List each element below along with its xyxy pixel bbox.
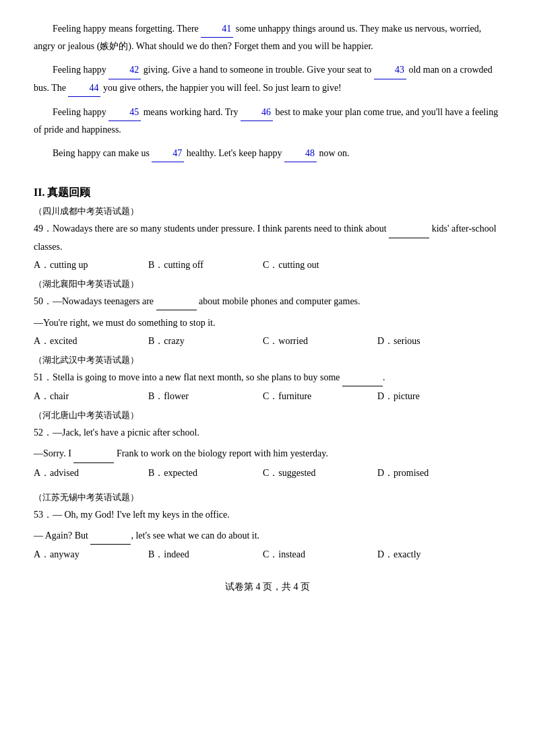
blank-47: 47	[152, 145, 184, 162]
option-53b: B．indeed	[148, 549, 236, 561]
question-51: 51．Stella is going to move into a new fl…	[34, 369, 501, 386]
question-50a: 50．—Nowadays teenagers are about mobile …	[34, 293, 501, 310]
para2-text4: you give others, the happier you will fe…	[100, 83, 341, 93]
section2-header: II. 真题回顾	[34, 186, 501, 200]
option-51a: A．chair	[34, 390, 121, 403]
para4-text2: healthy. Let's keep happy	[184, 148, 284, 158]
option-49c: C．cutting out	[263, 259, 350, 271]
para4-text3: now on.	[317, 148, 350, 158]
question-50b: —You're right, we must do something to s…	[34, 314, 501, 331]
page-footer: 试卷第 4 页，共 4 页	[34, 581, 501, 593]
source-53: （江苏无锡中考英语试题）	[34, 491, 501, 504]
blank-48: 48	[284, 145, 317, 162]
option-51b: B．flower	[148, 390, 236, 403]
option-52c: C．suggested	[263, 467, 350, 479]
question-53b: — Again? But , let's see what we can do …	[34, 527, 501, 545]
blank-41: 41	[201, 20, 233, 38]
blank-49	[389, 220, 429, 238]
option-50c: C．worried	[263, 335, 350, 347]
options-53: A．anyway B．indeed C．instead D．exactly	[34, 549, 501, 561]
options-52: A．advised B．expected C．suggested D．promi…	[34, 467, 501, 479]
option-49b: B．cutting off	[148, 259, 236, 271]
footer-text: 试卷第 4 页，共 4 页	[225, 582, 310, 592]
para3-text2: means working hard. Try	[141, 107, 241, 117]
blank-45: 45	[108, 104, 141, 121]
options-50: A．excited B．crazy C．worried D．serious	[34, 335, 501, 347]
para2-text1: Feeling happy	[53, 65, 108, 75]
blank-44: 44	[68, 79, 100, 97]
section2-title: II. 真题回顾	[34, 186, 90, 198]
option-50b: B．crazy	[148, 335, 236, 347]
option-53a: A．anyway	[34, 549, 121, 561]
blank-52	[73, 445, 114, 462]
option-52a: A．advised	[34, 467, 121, 479]
options-51: A．chair B．flower C．furniture D．picture	[34, 390, 501, 403]
para4-text1: Being happy can make us	[53, 148, 152, 158]
option-50a: A．excited	[34, 335, 121, 347]
blank-50	[156, 293, 197, 310]
source-50: （湖北襄阳中考英语试题）	[34, 278, 501, 290]
paragraph-2: Feeling happy 42 giving. Give a hand to …	[34, 61, 501, 96]
para2-text2: giving. Give a hand to someone in troubl…	[141, 65, 374, 75]
blank-43: 43	[374, 61, 406, 79]
question-52b: —Sorry. I Frank to work on the biology r…	[34, 445, 501, 462]
paragraph-1: Feeling happy means forgetting. There 41…	[34, 20, 501, 55]
paragraph-3: Feeling happy 45 means working hard. Try…	[34, 104, 501, 138]
blank-46: 46	[241, 104, 273, 121]
option-53d: D．exactly	[377, 549, 465, 561]
source-49: （四川成都中考英语试题）	[34, 205, 501, 217]
options-49: A．cutting up B．cutting off C．cutting out	[34, 259, 501, 271]
para1-text1: Feeling happy means forgetting. There	[53, 24, 201, 34]
source-52: （河北唐山中考英语试题）	[34, 409, 501, 421]
question-53a: 53．— Oh, my God! I've left my keys in th…	[34, 506, 501, 523]
option-53c: C．instead	[263, 549, 350, 561]
blank-42: 42	[108, 61, 141, 79]
blank-51	[342, 369, 383, 386]
option-51c: C．furniture	[263, 390, 350, 403]
option-52d: D．promised	[377, 467, 465, 479]
para3-text1: Feeling happy	[53, 107, 108, 117]
blank-53	[90, 527, 131, 545]
option-51d: D．picture	[377, 390, 465, 403]
source-51: （湖北武汉中考英语试题）	[34, 354, 501, 366]
question-52a: 52．—Jack, let's have a picnic after scho…	[34, 424, 501, 441]
paragraph-4: Being happy can make us 47 healthy. Let'…	[34, 145, 501, 162]
option-50d: D．serious	[377, 335, 465, 347]
question-49: 49．Nowadays there are so many students u…	[34, 220, 501, 254]
option-49a: A．cutting up	[34, 259, 121, 271]
option-52b: B．expected	[148, 467, 236, 479]
